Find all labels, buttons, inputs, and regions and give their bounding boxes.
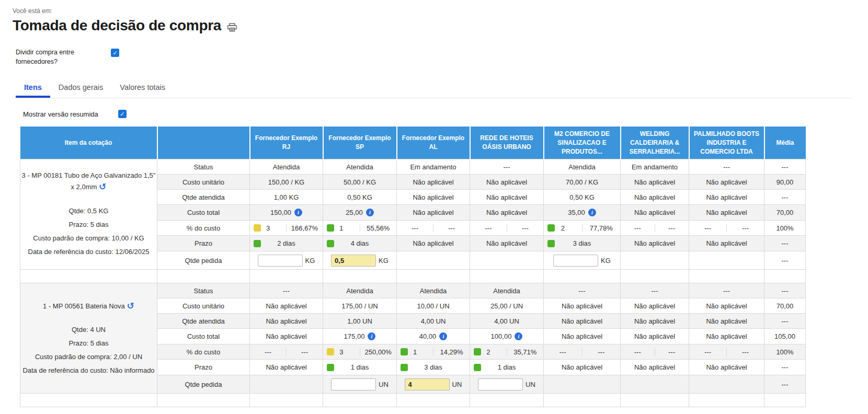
info-icon[interactable]: i: [368, 332, 375, 340]
qty-pedida-input[interactable]: [331, 378, 376, 390]
row-label: Qtde atendida: [157, 314, 250, 329]
item-detail: Data de referência do custo: Não informa…: [20, 364, 157, 377]
cell-qtde-atendida: Não aplicável: [621, 314, 689, 329]
item-title: 3 - MP 00181 Tubo de Aço Galvanizado 1,5…: [22, 171, 156, 191]
cell-status: ---: [621, 283, 689, 298]
rank-square-green: [547, 224, 555, 232]
cell-custo-total: Não aplicável: [689, 205, 764, 221]
qty-pedida-input[interactable]: [331, 255, 376, 267]
info-icon[interactable]: i: [439, 332, 447, 340]
column-header-supplier-1: Fornecedor Exemplo SP: [323, 126, 397, 159]
cell-custo-unitario: 25,00 / UN: [470, 298, 544, 314]
row-label: Status: [157, 283, 250, 298]
spacer-cell: [470, 270, 544, 283]
spacer-cell: [621, 270, 689, 283]
column-header-supplier-2: Fornecedor Exemplo AL: [397, 126, 470, 159]
cell-prazo: 4 dias: [323, 236, 397, 251]
cell-qtde-atendida: Não aplicável: [397, 190, 470, 205]
prazo-square-green: [327, 364, 334, 371]
cell-qtde-atendida: Não aplicável: [470, 190, 544, 205]
item-title: 1 - MP 00561 Bateria Nova: [43, 302, 125, 310]
spacer-cell: [397, 270, 470, 283]
prazo-value: 2 dias: [277, 239, 295, 247]
row-label: Custo unitário: [157, 298, 250, 314]
rank-value: ---: [704, 348, 711, 356]
cell-pct-custo: 277,78%: [544, 221, 621, 236]
unit-label: UN: [526, 381, 535, 388]
rank-value: ---: [634, 348, 641, 356]
column-header-supplier-4: M2 COMERCIO DE SINALIZACAO E PRODUTOS...: [544, 126, 621, 159]
item-detail: Qtde: 4 UN: [20, 323, 157, 337]
qty-pedida-input[interactable]: [405, 378, 450, 390]
cell-qtde-atendida: 4,00 UN: [397, 314, 470, 329]
cell-status: ---: [764, 159, 806, 175]
tab-dados-gerais[interactable]: Dados gerais: [50, 79, 111, 98]
spacer-cell: [544, 394, 621, 407]
cell-prazo: ---: [764, 360, 806, 375]
rank-value: ---: [704, 224, 711, 232]
info-icon[interactable]: i: [366, 209, 374, 216]
cell-status: ---: [764, 283, 806, 298]
cell-qtde-pedida: KG: [544, 251, 621, 270]
history-icon[interactable]: ↺: [127, 300, 134, 313]
cell-qtde-pedida: ---: [764, 375, 806, 394]
pct-value: 250,00%: [360, 348, 397, 356]
cell-status: Atendida: [323, 283, 397, 298]
cell-custo-unitario: Não aplicável: [470, 175, 544, 190]
summary-version-label: Mostrar versão resumida: [23, 110, 98, 118]
cell-custo-unitario: Não aplicável: [689, 298, 764, 314]
cell-pct-custo: 3166,67%: [250, 221, 323, 236]
prazo-square-green: [401, 364, 408, 371]
row-label: Status: [157, 159, 250, 175]
cell-pct-custo: ------: [397, 221, 470, 236]
info-icon[interactable]: i: [515, 332, 522, 340]
pct-value: ---: [507, 224, 544, 232]
cell-custo-unitario: Não aplicável: [250, 298, 323, 314]
cell-pct-custo: ------: [250, 344, 323, 360]
split-purchase-checkbox[interactable]: ✓: [111, 49, 119, 57]
tab-itens[interactable]: Itens: [16, 79, 50, 98]
cell-custo-unitario: 90,00: [764, 175, 806, 190]
cell-custo-total: Não aplicável: [689, 329, 764, 344]
spacer-cell: [397, 394, 470, 407]
custo-total-value: 100,00: [491, 332, 512, 340]
cell-custo-unitario: Não aplicável: [621, 298, 689, 314]
cell-qtde-pedida: [621, 251, 689, 270]
cell-status: ---: [689, 283, 764, 298]
cell-pct-custo: ------: [621, 221, 689, 236]
column-header-supplier-6: PALMILHADO BOOTS INDUSTRIA E COMERCIO LT…: [689, 126, 764, 159]
qty-pedida-input[interactable]: [478, 378, 523, 390]
spacer-cell: [470, 394, 544, 407]
cell-qtde-pedida: [470, 251, 544, 270]
unit-label: KG: [379, 257, 389, 264]
cell-prazo: 1 dias: [470, 360, 544, 375]
rank-value: ---: [412, 224, 418, 232]
cell-pct-custo: 3250,00%: [323, 344, 397, 360]
cell-qtde-pedida: UN: [470, 375, 544, 394]
printer-icon[interactable]: [227, 23, 237, 32]
cell-qtde-pedida: [397, 251, 470, 270]
spacer-cell: [764, 394, 806, 407]
spacer-cell: [250, 394, 323, 407]
rank-value: 3: [266, 224, 270, 232]
cell-qtde-atendida: ---: [764, 314, 806, 329]
history-icon[interactable]: ↺: [99, 180, 106, 194]
info-icon[interactable]: i: [588, 209, 596, 216]
tab-bar: Itens Dados gerais Valores totais: [16, 79, 852, 98]
qty-pedida-input[interactable]: [258, 255, 303, 267]
row-label: Qtde pedida: [157, 251, 250, 270]
tab-valores-totais[interactable]: Valores totais: [111, 79, 174, 98]
row-label: Qtde pedida: [157, 375, 250, 394]
cell-qtde-atendida: Não aplicável: [250, 314, 323, 329]
summary-version-checkbox[interactable]: ✓: [118, 110, 127, 118]
unit-label: UN: [379, 381, 389, 388]
info-icon[interactable]: i: [294, 209, 302, 216]
cell-custo-total: Não aplicável: [470, 205, 544, 221]
rank-value: 1: [413, 348, 417, 356]
rank-square-yellow: [254, 224, 261, 232]
cell-qtde-atendida: Não aplicável: [544, 314, 621, 329]
cell-qtde-atendida: ---: [764, 190, 806, 205]
cell-pct-custo: 235,71%: [470, 344, 544, 360]
qty-pedida-input[interactable]: [553, 255, 598, 267]
prazo-square-green: [327, 240, 334, 247]
